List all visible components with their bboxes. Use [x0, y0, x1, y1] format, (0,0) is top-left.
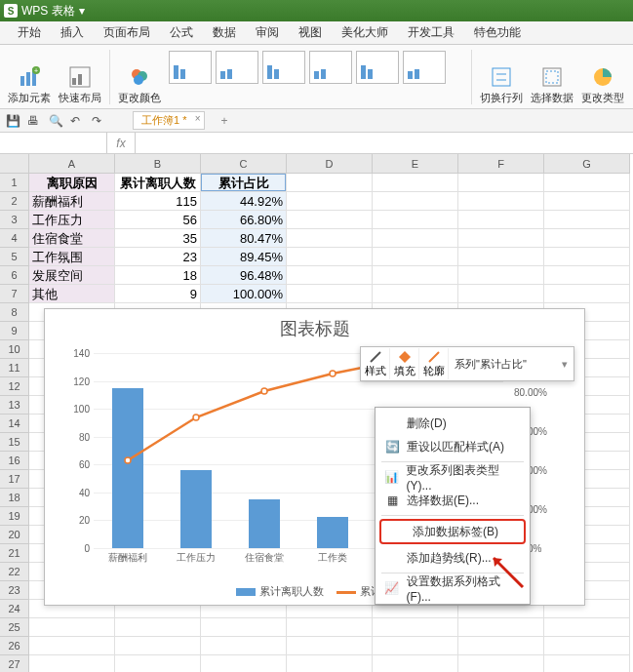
cell-B1[interactable]: 累计离职人数 [115, 174, 201, 192]
menu-formula[interactable]: 公式 [160, 21, 203, 44]
ctx-format[interactable]: 📈设置数据系列格式(F)... [376, 576, 530, 600]
app-logo: S [4, 4, 18, 18]
titlebar-dropdown-icon[interactable]: ▾ [79, 4, 85, 18]
fill-button[interactable]: 填充 [390, 348, 419, 379]
select-data-icon [540, 65, 564, 89]
svg-rect-0 [20, 76, 24, 86]
col-B[interactable]: B [115, 154, 201, 174]
y-axis: 140120100806040200 [59, 353, 92, 548]
chart-icon: 📊 [383, 469, 400, 485]
grid-icon: ▦ [383, 493, 401, 508]
switch-rowcol-icon [490, 65, 513, 89]
col-E[interactable]: E [373, 154, 458, 174]
change-color-label: 更改颜色 [118, 91, 161, 105]
add-element-label: 添加元素 [8, 91, 51, 105]
quick-layout-label: 快速布局 [59, 91, 101, 105]
chart-style-4[interactable] [309, 51, 352, 84]
change-type-label: 更改类型 [581, 91, 624, 105]
svg-rect-13 [546, 71, 558, 83]
menu-view[interactable]: 视图 [289, 21, 332, 44]
col-A[interactable]: A [29, 154, 115, 174]
menu-dev[interactable]: 开发工具 [398, 21, 464, 44]
svg-point-17 [261, 388, 267, 394]
style-button[interactable]: 样式 [361, 348, 390, 379]
chart-style-2[interactable] [216, 51, 258, 84]
col-F[interactable]: F [458, 154, 544, 174]
format-icon: 📈 [383, 580, 401, 596]
redo-icon[interactable]: ↷ [92, 114, 105, 128]
save-icon[interactable]: 💾 [6, 114, 20, 128]
menu-start[interactable]: 开始 [8, 21, 51, 44]
ctx-change-type[interactable]: 📊更改系列图表类型(Y)... [376, 465, 530, 489]
quick-layout-button[interactable]: 快速布局 [55, 47, 105, 107]
new-sheet-button[interactable]: + [220, 114, 227, 128]
ctx-add-trend[interactable]: 添加趋势线(R)... [376, 546, 530, 570]
svg-text:+: + [34, 67, 38, 74]
row-1[interactable]: 1 [0, 174, 29, 192]
menu-beautify[interactable]: 美化大师 [332, 21, 398, 44]
close-icon[interactable]: × [195, 113, 201, 124]
menu-data[interactable]: 数据 [203, 21, 246, 44]
col-C[interactable]: C [201, 154, 287, 174]
svg-point-16 [193, 415, 199, 420]
switch-rowcol-label: 切换行列 [480, 91, 523, 105]
select-data-label: 选择数据 [531, 91, 574, 105]
menu-special[interactable]: 特色功能 [464, 21, 531, 44]
col-D[interactable]: D [287, 154, 373, 174]
formula-bar: fx [0, 133, 633, 154]
chart-object[interactable]: 图表标题 140120100806040200 80.00% 60.00% 40… [44, 308, 585, 606]
menubar: 开始 插入 页面布局 公式 数据 审阅 视图 美化大师 开发工具 特色功能 [0, 21, 633, 45]
ctx-select-data[interactable]: ▦选择数据(E)... [376, 489, 530, 512]
svg-rect-6 [72, 78, 76, 85]
series-selector[interactable]: 系列"累计占比" [449, 357, 562, 372]
chart-title[interactable]: 图表标题 [45, 309, 584, 344]
outline-button[interactable]: 轮廓 [419, 348, 449, 379]
chart-style-6[interactable] [403, 51, 446, 84]
context-menu: 删除(D) 🔄重设以匹配样式(A) 📊更改系列图表类型(Y)... ▦选择数据(… [375, 407, 531, 605]
ctx-delete[interactable]: 删除(D) [376, 412, 530, 435]
change-type-button[interactable]: 更改类型 [577, 47, 628, 107]
quick-layout-icon [68, 65, 92, 89]
formula-input[interactable] [135, 133, 633, 153]
change-color-icon [128, 65, 151, 89]
svg-rect-1 [26, 72, 30, 86]
ctx-add-label[interactable]: 添加数据标签(B) [379, 519, 526, 544]
svg-rect-11 [493, 68, 510, 86]
ribbon: + 添加元素 快速布局 更改颜色 切换行列 选择数据 更改类型 [0, 45, 633, 109]
chevron-down-icon[interactable]: ▾ [562, 358, 574, 371]
change-color-button[interactable]: 更改颜色 [114, 47, 165, 107]
switch-rowcol-button[interactable]: 切换行列 [476, 47, 527, 107]
titlebar: S WPS 表格 ▾ [0, 0, 633, 21]
reset-icon: 🔄 [383, 439, 401, 455]
menu-review[interactable]: 审阅 [246, 21, 289, 44]
fx-label[interactable]: fx [107, 137, 135, 150]
grid[interactable]: A B C D E F G 1 离职原因 累计离职人数 累计占比 2薪酬福利11… [0, 154, 633, 672]
print-icon[interactable]: 🖶 [27, 114, 41, 128]
chart-style-3[interactable] [262, 51, 305, 84]
svg-point-15 [125, 457, 131, 463]
add-element-button[interactable]: + 添加元素 [4, 47, 55, 107]
name-box[interactable] [0, 133, 107, 153]
workbook-tab-label: 工作簿1 * [141, 114, 186, 126]
chart-style-1[interactable] [169, 51, 212, 84]
change-type-icon [591, 65, 614, 89]
mini-toolbar: 样式 填充 轮廓 系列"累计占比" ▾ [360, 346, 574, 381]
app-name: WPS 表格 [21, 3, 75, 20]
col-G[interactable]: G [544, 154, 630, 174]
svg-rect-7 [78, 74, 82, 85]
select-data-button[interactable]: 选择数据 [527, 47, 577, 107]
workbook-tab[interactable]: 工作簿1 * × [133, 111, 205, 130]
ctx-reset[interactable]: 🔄重设以匹配样式(A) [376, 435, 530, 458]
add-element-icon: + [18, 65, 41, 89]
chart-style-5[interactable] [356, 51, 399, 84]
cell-C1[interactable]: 累计占比 [201, 174, 287, 192]
preview-icon[interactable]: 🔍 [49, 114, 62, 128]
undo-icon[interactable]: ↶ [70, 114, 84, 128]
menu-layout[interactable]: 页面布局 [94, 21, 160, 44]
menu-insert[interactable]: 插入 [51, 21, 94, 44]
select-all-corner[interactable] [0, 154, 29, 174]
svg-point-18 [330, 371, 336, 376]
quick-access-bar: 💾 🖶 🔍 ↶ ↷ 工作簿1 * × + [0, 109, 633, 133]
svg-point-10 [134, 75, 143, 85]
cell-A1[interactable]: 离职原因 [29, 174, 115, 192]
